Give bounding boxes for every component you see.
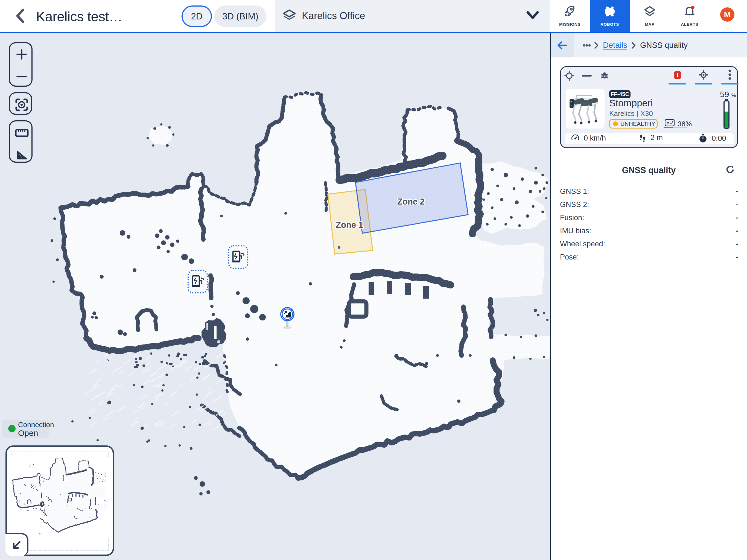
svg-text:Zone 2: Zone 2 [397, 197, 424, 206]
svg-text:Zone 1: Zone 1 [336, 220, 363, 230]
